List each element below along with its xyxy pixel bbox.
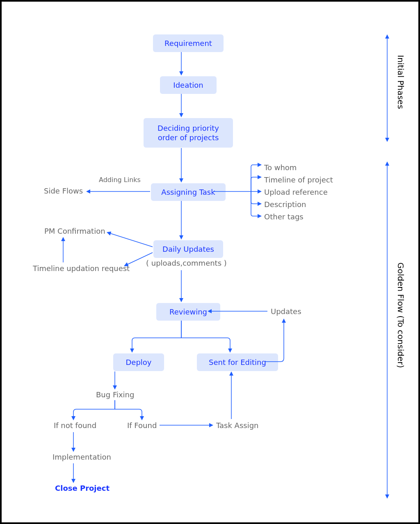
text-description: Description: [264, 200, 306, 209]
text-timeline-updation: Timeline updation request: [33, 264, 130, 273]
text-implementation: Implementation: [52, 453, 111, 461]
bracket-label-golden: Golden Flow (To consider): [396, 262, 406, 368]
box-daily: Daily Updates: [153, 240, 223, 258]
bracket-label-initial: Initial Phases: [396, 55, 406, 109]
text-upload-ref: Upload reference: [264, 188, 328, 196]
box-editing: Sent for Editing: [197, 353, 278, 371]
box-requirement: Requirement: [153, 34, 224, 52]
text-daily-sub: ( uploads,comments ): [146, 259, 227, 267]
text-timeline-project: Timeline of project: [264, 175, 333, 184]
text-if-found: If Found: [127, 421, 157, 430]
box-priority: Deciding priority order of projects: [144, 118, 233, 148]
text-other-tags: Other tags: [264, 212, 304, 221]
text-task-assign: Task Assign: [216, 421, 258, 430]
text-to-whom: To whom: [264, 163, 297, 172]
text-close-project: Close Project: [55, 484, 110, 492]
text-updates: Updates: [271, 307, 301, 316]
text-side-flows: Side Flows: [44, 187, 83, 195]
text-adding-links: Adding Links: [99, 176, 141, 184]
box-deploy: Deploy: [113, 353, 164, 371]
text-pm-confirmation: PM Confirmation: [44, 227, 105, 235]
text-bug-fixing: Bug Fixing: [96, 390, 134, 399]
box-reviewing: Reviewing: [156, 303, 220, 321]
flow-diagram-frame: { "colors":{ "box_bg":"#DCE6FD", "box_te…: [0, 0, 420, 524]
box-ideation: Ideation: [160, 76, 217, 94]
text-if-not-found: If not found: [54, 421, 96, 430]
box-assigning: Assigning Task: [151, 183, 226, 201]
svg-line-10: [107, 232, 153, 247]
